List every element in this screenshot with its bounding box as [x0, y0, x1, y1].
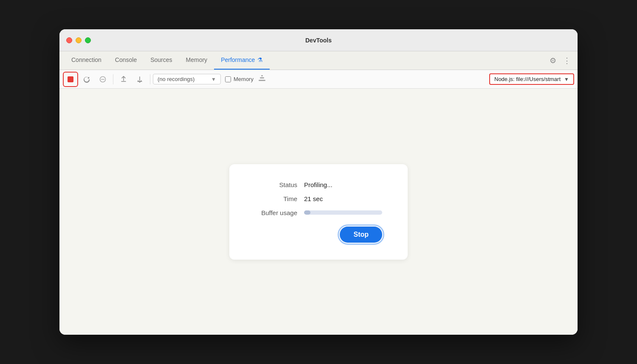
beaker-icon: ⚗ [257, 56, 263, 63]
minimize-button[interactable] [76, 37, 82, 43]
stop-button[interactable]: Stop [340, 227, 382, 243]
chevron-down-icon: ▼ [564, 76, 569, 82]
toolbar-right: Node.js: file:///Users/stmart ▼ [489, 73, 574, 85]
tab-bar-actions: ⚙ ⋮ [548, 55, 572, 70]
time-row: Time 21 sec [255, 195, 382, 202]
reload-icon [83, 76, 90, 83]
stop-button-row: Stop [255, 227, 382, 243]
toolbar: (no recordings) ▼ Memory Node.js: file:/… [59, 70, 578, 89]
more-button[interactable]: ⋮ [561, 55, 572, 66]
node-selector-value: Node.js: file:///Users/stmart [494, 76, 561, 82]
toolbar-divider-1 [113, 74, 113, 84]
time-label: Time [255, 195, 297, 202]
toolbar-divider-2 [150, 74, 150, 84]
tab-connection[interactable]: Connection [65, 51, 108, 70]
scrubber-icon [258, 74, 266, 84]
download-icon [136, 76, 143, 83]
status-value: Profiling... [304, 181, 333, 188]
more-icon: ⋮ [563, 56, 571, 65]
reload-record-button[interactable] [79, 72, 94, 87]
tab-bar: Connection Console Sources Memory Perfor… [59, 51, 578, 70]
svg-rect-4 [261, 75, 263, 76]
clear-icon [99, 76, 106, 83]
gear-icon: ⚙ [550, 56, 556, 65]
record-button[interactable] [63, 72, 78, 87]
chevron-down-icon: ▼ [211, 76, 216, 82]
close-button[interactable] [66, 37, 72, 43]
title-bar: DevTools [59, 29, 578, 51]
status-row: Status Profiling... [255, 181, 382, 188]
buffer-bar-fill [304, 210, 310, 215]
recordings-dropdown[interactable]: (no recordings) ▼ [153, 74, 221, 84]
tab-console[interactable]: Console [108, 51, 144, 70]
scrubber-button[interactable] [254, 72, 270, 87]
main-content: Status Profiling... Time 21 sec Buffer u… [59, 89, 578, 335]
recordings-value: (no recordings) [158, 76, 194, 82]
tab-performance[interactable]: Performance ⚗ [214, 51, 270, 70]
memory-label: Memory [234, 76, 254, 82]
download-button[interactable] [132, 72, 147, 87]
maximize-button[interactable] [85, 37, 91, 43]
node-selector[interactable]: Node.js: file:///Users/stmart ▼ [489, 73, 574, 85]
clear-button[interactable] [95, 72, 110, 87]
buffer-row: Buffer usage [255, 209, 382, 216]
status-label: Status [255, 181, 297, 188]
tab-sources[interactable]: Sources [144, 51, 179, 70]
tab-list: Connection Console Sources Memory Perfor… [65, 51, 548, 70]
record-icon [68, 76, 73, 82]
buffer-bar [304, 210, 382, 215]
traffic-lights [66, 37, 91, 43]
svg-rect-3 [260, 77, 264, 78]
time-value: 21 sec [304, 195, 323, 202]
tab-memory[interactable]: Memory [179, 51, 214, 70]
settings-button[interactable]: ⚙ [548, 55, 558, 66]
buffer-label: Buffer usage [255, 209, 297, 216]
devtools-window: DevTools Connection Console Sources Memo… [59, 29, 578, 335]
upload-button[interactable] [116, 72, 131, 87]
window-title: DevTools [305, 37, 332, 44]
memory-checkbox[interactable] [225, 76, 231, 82]
profiling-card: Status Profiling... Time 21 sec Buffer u… [229, 164, 408, 260]
memory-checkbox-label[interactable]: Memory [225, 76, 254, 82]
svg-rect-2 [259, 80, 265, 81]
upload-icon [120, 76, 127, 83]
